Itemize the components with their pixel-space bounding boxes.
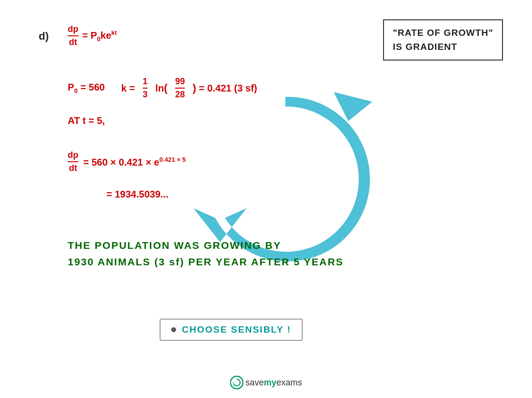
choose-sensibly-button[interactable]: CHOOSE SENSIBLY ! [160,319,303,341]
dpdt2-num: dp [68,150,78,162]
rate-box: "RATE OF GROWTH" IS GRADIENT [383,19,503,61]
k-ln: ln( [155,82,167,94]
rate-box-line2: IS GRADIENT [393,40,493,54]
fraction-k: 1 3 [143,77,148,100]
formula-equals: = P0kekt [82,29,117,43]
k-frac-den: 3 [143,89,148,100]
fraction-dpdt: dp dt [68,24,78,47]
k-label: k = [121,83,135,94]
logo-exams: exams [277,378,302,387]
choose-sensibly-label: CHOOSE SENSIBLY ! [182,324,291,335]
fraction-dpdt2: dp dt [68,150,78,173]
savemyexams-icon [230,376,243,389]
part-label: d) [39,30,49,43]
dpdt2-den: dt [69,162,77,173]
logo-save: save [245,378,264,387]
population-line2: 1930 ANIMALS (3 sf) PER YEAR AFTER 5 YEA… [68,254,344,270]
logo-my: my [264,378,277,387]
k-frac-num: 1 [143,77,148,89]
population-line1: THE POPULATION WAS GROWING BY [68,237,344,254]
main-content: d) dp dt = P0kekt "RATE OF GROWTH" IS GR… [0,0,532,398]
dpdt2-eq: = 560 × 0.421 × e0.421 × 5 [83,156,186,168]
logo-text: savemyexams [245,378,302,388]
p0-value: P0 = 560 [68,82,105,94]
logo-area: savemyexams [230,376,302,389]
line-result: = 1934.5039... [106,189,168,200]
line-population: THE POPULATION WAS GROWING BY 1930 ANIMA… [68,237,344,270]
line-at: AT t = 5, [68,115,105,126]
fraction-denominator: dt [69,36,77,47]
rate-box-line1: "RATE OF GROWTH" [393,26,493,40]
fraction-numerator: dp [68,24,78,36]
formula-main: dp dt = P0kekt [68,24,117,47]
line-dpdt2: dp dt = 560 × 0.421 × e0.421 × 5 [68,150,186,173]
